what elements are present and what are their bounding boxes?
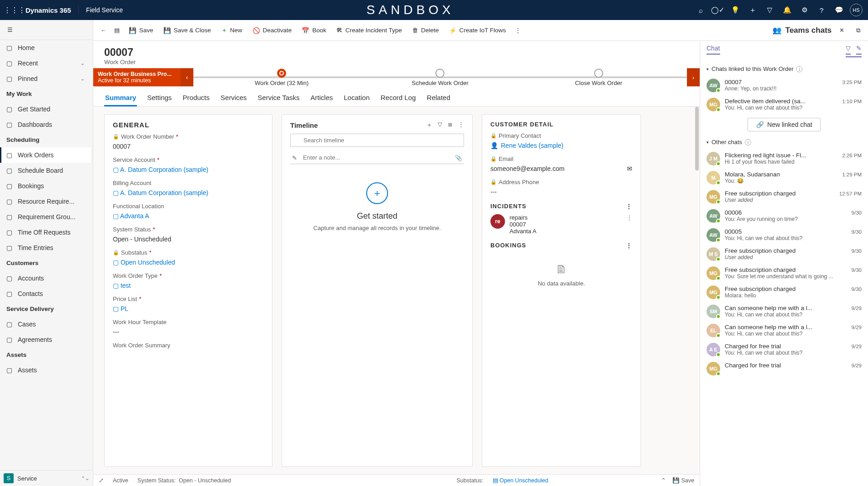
delete-button[interactable]: 🗑Delete <box>408 24 444 36</box>
tab-products[interactable]: Products <box>182 90 211 106</box>
chat-item[interactable]: A ECharged for free trial9/29You: Hi, ca… <box>705 340 863 359</box>
field-systemStatus[interactable]: System Status*Open - Unscheduled <box>113 226 264 243</box>
deactivate-button[interactable]: 🚫Deactivate <box>248 24 297 37</box>
timeline-search[interactable] <box>290 134 464 147</box>
back-button[interactable]: ← <box>97 24 110 37</box>
sb-substatus[interactable]: Open Unscheduled <box>500 477 548 484</box>
tab-location[interactable]: Location <box>343 90 371 106</box>
new-button[interactable]: ＋New <box>217 24 247 37</box>
nav-item[interactable]: ▢Time Entries <box>0 240 91 256</box>
nav-item[interactable]: ▢Accounts <box>0 271 91 286</box>
nav-item[interactable]: ▢Bookings <box>0 178 91 194</box>
nav-item[interactable]: ▢Schedule Board <box>0 163 91 178</box>
attach-icon[interactable]: 📎 <box>455 155 462 161</box>
chat-item[interactable]: MGFree subscription charged9/30Molara: h… <box>705 283 863 302</box>
chat-icon[interactable]: 💬 <box>831 0 847 20</box>
bpf-prev[interactable]: ‹ <box>181 68 193 86</box>
bpf-stage[interactable]: Schedule Work Order <box>361 69 519 86</box>
nav-pinned[interactable]: ▢Pinned⌄ <box>0 71 91 86</box>
bpf-flag[interactable]: Work Order Business Pro... Active for 32… <box>93 68 193 86</box>
scrollbar[interactable] <box>695 107 699 170</box>
tab-related[interactable]: Related <box>426 90 451 106</box>
nav-item[interactable]: ▢Assets <box>0 362 91 378</box>
user-avatar[interactable]: HS <box>848 0 864 20</box>
chat-item[interactable]: J MFlickering red light issue - Fl...2:2… <box>705 149 863 168</box>
tab-summary[interactable]: Summary <box>104 90 137 106</box>
linked-chats-header[interactable]: ▾Chats linked to this Work Orderi <box>705 62 863 76</box>
forms-icon[interactable]: ▤ <box>111 24 123 37</box>
tl-sort-icon[interactable]: ≣ <box>448 121 453 129</box>
task-icon[interactable]: ◯✓ <box>710 0 726 20</box>
teams-tab-chat[interactable]: Chat <box>707 45 720 55</box>
chat-item[interactable]: AW000073:25 PMAnne: Yep, on track!!! <box>705 76 863 95</box>
timeline-add-button[interactable]: ＋ <box>366 182 388 204</box>
nav-item[interactable]: ▢Time Off Requests <box>0 225 91 240</box>
save-icon[interactable]: 💾 <box>672 477 680 484</box>
timeline-note-input[interactable] <box>290 151 464 164</box>
chat-item[interactable]: SMCan someone help me with a l...9/29You… <box>705 302 863 321</box>
iot-flows-button[interactable]: ⚡Create IoT Flows <box>444 24 511 37</box>
chat-item[interactable]: MGFree subscription charged9/30You: Sure… <box>705 264 863 283</box>
tab-record-log[interactable]: Record Log <box>379 90 417 106</box>
incidents-more-icon[interactable]: ⋮ <box>626 203 632 210</box>
new-linked-chat-button[interactable]: 🔗New linked chat <box>747 118 821 131</box>
save-button[interactable]: 💾Save <box>124 24 158 37</box>
tab-settings[interactable]: Settings <box>146 90 172 106</box>
other-chats-header[interactable]: ▾Other chatsi <box>705 135 863 149</box>
nav-item[interactable]: ▢Contacts <box>0 286 91 301</box>
tab-services[interactable]: Services <box>220 90 248 106</box>
nav-home[interactable]: ▢Home <box>0 40 91 55</box>
tab-articles[interactable]: Articles <box>310 90 334 106</box>
nav-recent[interactable]: ▢Recent⌄ <box>0 55 91 71</box>
nav-toggle[interactable]: ☰ <box>0 20 93 40</box>
chevron-up-icon[interactable]: ⌃ <box>661 477 666 484</box>
expand-icon[interactable]: ⤢ <box>99 477 104 484</box>
tl-filter-icon[interactable]: ▽ <box>438 121 442 129</box>
chat-item[interactable]: MGCharged for free trial9/29 <box>705 359 863 378</box>
bpf-stage[interactable]: Work Order (32 Min) <box>202 69 361 86</box>
incident-row[interactable]: rerepairs00007Advanta A⋮ <box>490 214 632 235</box>
field-workOrderType[interactable]: Work Order Type*▢ test <box>113 272 264 289</box>
field-workHourTemplate[interactable]: Work Hour Template--- <box>113 319 264 336</box>
chat-item[interactable]: MGDefective item delivered (sa...1:10 PM… <box>705 95 863 114</box>
assistant-icon[interactable]: 💡 <box>727 0 743 20</box>
tab-service-tasks[interactable]: Service Tasks <box>257 90 300 106</box>
chat-item[interactable]: M SFree subscription charged9/30User add… <box>705 245 863 264</box>
close-panel-icon[interactable]: ✕ <box>835 24 848 37</box>
app-launcher-icon[interactable]: ⋮⋮⋮ <box>4 6 20 15</box>
chat-item[interactable]: AW000059/30You: Hi, can we chat about th… <box>705 225 863 245</box>
chat-item[interactable]: MGFree subscription charged12:57 PMUser … <box>705 187 863 206</box>
popout-icon[interactable]: ⧉ <box>852 24 864 37</box>
bpf-stage[interactable]: Close Work Order <box>520 69 678 86</box>
notifications-icon[interactable]: 🔔 <box>779 0 795 20</box>
help-icon[interactable]: ? <box>813 0 830 20</box>
bookings-more-icon[interactable]: ⋮ <box>626 242 632 249</box>
incident-more-icon[interactable]: ⋮ <box>626 214 632 221</box>
area-switcher[interactable]: S Service ⌃⌄ <box>0 470 93 486</box>
field-substatus[interactable]: 🔒Substatus*▢ Open Unscheduled <box>113 249 264 266</box>
field-workOrderSummary[interactable]: Work Order Summary <box>113 342 264 349</box>
nav-item[interactable]: ▢Cases <box>0 316 91 332</box>
filter-icon[interactable]: ▽ <box>762 0 778 20</box>
mailto-icon[interactable]: ✉ <box>627 165 632 172</box>
search-icon[interactable]: ⌕ <box>692 0 709 20</box>
nav-item[interactable]: ▢Work Orders <box>0 147 91 163</box>
field-priceList[interactable]: Price List*▢ PL <box>113 296 264 312</box>
teams-compose-icon[interactable]: ✎ <box>856 45 862 55</box>
bpf-next[interactable]: › <box>687 68 700 86</box>
chat-item[interactable]: AW000069/30You: Are you running on time? <box>705 206 863 225</box>
field-workOrderNumber[interactable]: 🔒Work Order Number*00007 <box>113 133 264 150</box>
field-serviceAccount[interactable]: Service Account*▢ A. Datum Corporation (… <box>113 156 264 173</box>
tl-more-icon[interactable]: ⋮ <box>458 121 464 129</box>
teams-filter-icon[interactable]: ▽ <box>846 45 851 55</box>
overflow-icon[interactable]: ⋮ <box>511 24 524 37</box>
tl-add-icon[interactable]: ＋ <box>426 121 432 129</box>
add-icon[interactable]: ＋ <box>744 0 761 20</box>
nav-item[interactable]: ▢Agreements <box>0 332 91 347</box>
book-button[interactable]: 📅Book <box>297 24 331 37</box>
primary-contact-link[interactable]: Rene Valdes (sample) <box>501 142 563 149</box>
save-close-button[interactable]: 💾Save & Close <box>159 24 216 37</box>
nav-item[interactable]: ▢Resource Require... <box>0 194 91 209</box>
field-billingAccount[interactable]: Billing Account▢ A. Datum Corporation (s… <box>113 180 264 196</box>
nav-item[interactable]: ▢Requirement Grou... <box>0 209 91 225</box>
